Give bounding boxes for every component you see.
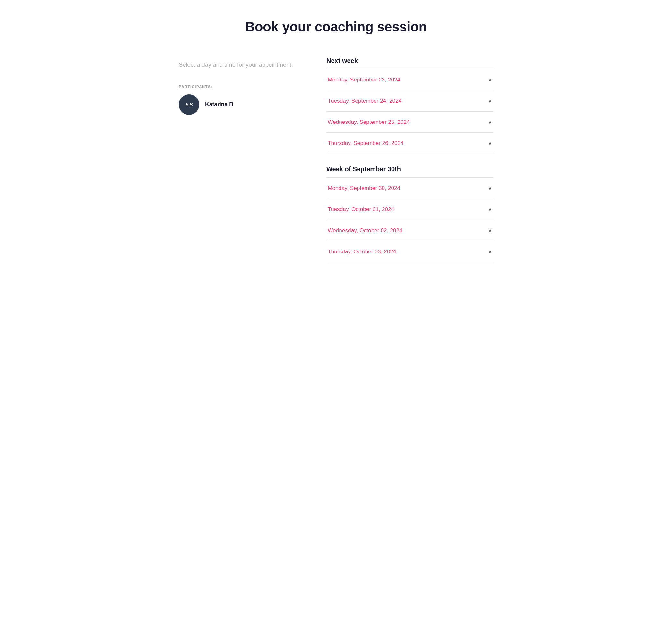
participants-label: PARTICIPANTS: (179, 85, 301, 88)
chevron-down-icon: ∨ (488, 249, 492, 255)
chevron-down-icon: ∨ (488, 140, 492, 146)
page-title: Book your coaching session (179, 13, 493, 35)
date-item[interactable]: Monday, September 30, 2024∨ (326, 177, 493, 199)
chevron-down-icon: ∨ (488, 98, 492, 104)
date-item[interactable]: Wednesday, September 25, 2024∨ (326, 111, 493, 132)
week-heading: Next week (326, 57, 493, 65)
date-label: Wednesday, October 02, 2024 (328, 227, 402, 234)
date-label: Monday, September 30, 2024 (328, 185, 400, 192)
date-list: Monday, September 30, 2024∨Tuesday, Octo… (326, 177, 493, 262)
left-panel: Select a day and time for your appointme… (179, 57, 301, 115)
week-section-week-sep-30: Week of September 30thMonday, September … (326, 166, 493, 262)
participant-row: KB Katarina B (179, 94, 301, 115)
chevron-down-icon: ∨ (488, 185, 492, 191)
avatar: KB (179, 94, 199, 115)
date-label: Tuesday, September 24, 2024 (328, 97, 401, 104)
chevron-down-icon: ∨ (488, 206, 492, 212)
right-panel: Next weekMonday, September 23, 2024∨Tues… (326, 57, 493, 274)
week-heading: Week of September 30th (326, 166, 493, 173)
date-item[interactable]: Tuesday, October 01, 2024∨ (326, 199, 493, 220)
date-item[interactable]: Thursday, October 03, 2024∨ (326, 241, 493, 262)
date-item[interactable]: Wednesday, October 02, 2024∨ (326, 220, 493, 241)
date-item[interactable]: Tuesday, September 24, 2024∨ (326, 90, 493, 111)
page-container: Book your coaching session Select a day … (159, 0, 513, 300)
participant-name: Katarina B (205, 101, 233, 108)
date-label: Tuesday, October 01, 2024 (328, 206, 394, 213)
date-label: Thursday, September 26, 2024 (328, 140, 404, 147)
week-section-next-week: Next weekMonday, September 23, 2024∨Tues… (326, 57, 493, 154)
content-layout: Select a day and time for your appointme… (179, 57, 493, 274)
chevron-down-icon: ∨ (488, 227, 492, 234)
subtitle: Select a day and time for your appointme… (179, 60, 301, 69)
date-item[interactable]: Monday, September 23, 2024∨ (326, 69, 493, 90)
date-label: Thursday, October 03, 2024 (328, 248, 396, 255)
chevron-down-icon: ∨ (488, 77, 492, 83)
date-label: Wednesday, September 25, 2024 (328, 119, 410, 125)
date-item[interactable]: Thursday, September 26, 2024∨ (326, 132, 493, 154)
date-list: Monday, September 23, 2024∨Tuesday, Sept… (326, 69, 493, 154)
date-label: Monday, September 23, 2024 (328, 76, 400, 83)
chevron-down-icon: ∨ (488, 119, 492, 125)
avatar-initials: KB (186, 101, 193, 108)
